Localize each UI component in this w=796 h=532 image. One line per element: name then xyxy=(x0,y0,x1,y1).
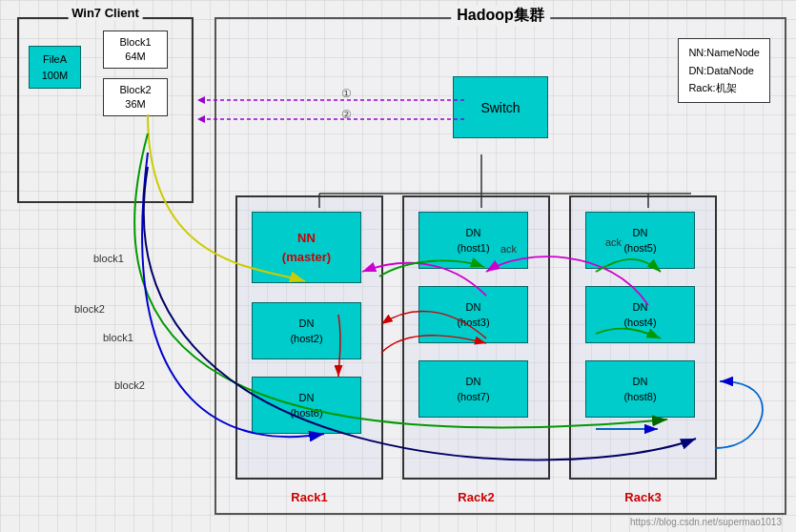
rack1: Rack1 NN (master) DN (host2) DN (host6) xyxy=(235,195,383,480)
block2-green-label: block2 xyxy=(74,303,105,315)
host4-node: DN (host4) xyxy=(585,286,695,343)
filea-box: FileA 100M xyxy=(29,46,81,89)
block2-dark-label: block2 xyxy=(114,379,145,391)
block1-yellow-label: block1 xyxy=(93,253,124,264)
host5-node: DN (host5) xyxy=(585,212,695,269)
host2-node: DN (host2) xyxy=(252,302,361,359)
win7-client-box: Win7 Client FileA 100M Block1 64M Block2… xyxy=(17,17,194,203)
host8-node: DN (host8) xyxy=(585,360,695,418)
rack3-label: Rack3 xyxy=(624,490,661,504)
rack2-label: Rack2 xyxy=(458,490,494,504)
rack3: Rack3 DN (host5) DN (host4) DN (host8) xyxy=(569,195,717,480)
nn-node: NN (master) xyxy=(252,212,361,283)
host7-node: DN (host7) xyxy=(418,360,528,418)
switch-box: Switch xyxy=(453,76,548,138)
rack2: Rack2 DN (host1) DN (host3) DN (host7) xyxy=(402,195,550,480)
block2-box: Block2 36M xyxy=(103,78,168,116)
block1-blue-label: block1 xyxy=(103,332,133,343)
host6-node: DN (host6) xyxy=(252,377,361,434)
legend-box: NN:NameNode DN:DataNode Rack:机架 xyxy=(678,38,770,103)
host1-node: DN (host1) xyxy=(418,212,528,269)
watermark: https://blog.csdn.net/supermao1013 xyxy=(630,517,782,527)
rack1-label: Rack1 xyxy=(291,490,327,504)
switch-label: Switch xyxy=(480,100,520,115)
host3-node: DN (host3) xyxy=(418,286,528,343)
main-container: Win7 Client FileA 100M Block1 64M Block2… xyxy=(0,0,796,532)
block1-box: Block1 64M xyxy=(103,31,168,69)
hadoop-title: Hadoop集群 xyxy=(451,6,550,26)
hadoop-cluster: Hadoop集群 NN:NameNode DN:DataNode Rack:机架… xyxy=(214,17,786,515)
win7-title: Win7 Client xyxy=(68,6,143,20)
